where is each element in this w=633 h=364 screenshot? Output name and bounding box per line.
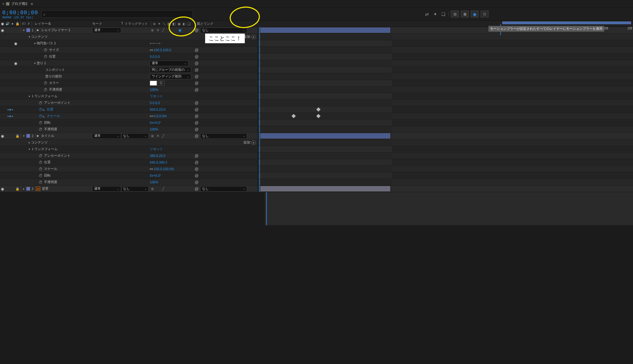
col-solo-icon[interactable]: ● [10, 22, 15, 26]
expression-pickwhip-icon[interactable]: @ [195, 48, 199, 52]
l1-size-stopwatch[interactable]: ⏱ [44, 48, 47, 52]
layer3-visibility[interactable]: ◉ [0, 187, 5, 191]
l1-rot-value[interactable]: 0x+0.0° [150, 121, 161, 125]
l1-add-button[interactable]: ▸ [251, 35, 256, 39]
l2-pos-value[interactable]: 640.0,340.2 [150, 161, 167, 164]
expression-pickwhip-icon[interactable]: @ [195, 127, 199, 132]
l1-pos-stopwatch[interactable]: ⏱ [44, 55, 47, 59]
draft3d-icon[interactable]: ✦ [432, 11, 438, 17]
layer3-pickwhip-icon[interactable]: @ [195, 187, 199, 191]
layer2-name[interactable]: タイトル [39, 134, 54, 138]
l1-topac-value[interactable]: 100% [150, 127, 158, 131]
graph-editor-button[interactable]: ⊡ [481, 11, 488, 17]
l1-scale-kfnav[interactable]: ◂◆▸ [0, 115, 13, 118]
l1-rot-stopwatch[interactable]: ⏱ [39, 121, 42, 125]
layer2-mode-select[interactable]: 通常⌄ [92, 133, 121, 139]
l1-anchor-value[interactable]: 0.0,0.0 [150, 101, 160, 105]
constrain-icon[interactable]: ⚯ [150, 167, 153, 171]
l1-ellipse-label[interactable]: 楕円形パス 1 [36, 41, 56, 46]
expression-pickwhip-icon[interactable]: @ [195, 61, 199, 66]
layer1-shy[interactable]: ⊕ [150, 28, 155, 33]
search-input[interactable]: ⌕ [41, 10, 193, 18]
l2-rot-value[interactable]: 0x+0.0° [150, 174, 161, 178]
keyframe[interactable] [316, 114, 321, 118]
ellipse-shape-icon[interactable]: ⟶ [155, 41, 160, 46]
layer2-trkmat-select[interactable]: なし⌄ [121, 133, 149, 139]
layer2-shy[interactable]: ⊕ [150, 134, 155, 138]
col-lock-icon[interactable]: 🔒 [15, 22, 20, 26]
layer3-label-color[interactable] [26, 187, 30, 191]
shy-toggle-button[interactable]: ▤ [451, 11, 459, 17]
expression-pickwhip-icon[interactable]: @ [195, 55, 199, 59]
layer1-visibility[interactable]: ◉ [0, 28, 5, 32]
layer3-bar[interactable] [260, 186, 390, 191]
l1-scale-value[interactable]: 0.0,0.0% [154, 114, 167, 118]
layer2-twirl[interactable] [21, 134, 26, 137]
l2-anchor-value[interactable]: 366.6,20.0 [150, 154, 165, 158]
panel-tab-label[interactable]: ブログ用2 [11, 1, 27, 6]
expression-pickwhip-icon[interactable]: @ [195, 68, 199, 72]
l2-xform-reset[interactable]: リセット [150, 147, 163, 151]
3d-cube-icon[interactable]: ❑ [440, 11, 446, 17]
expression-pickwhip-icon[interactable]: @ [195, 121, 199, 125]
layer3-twirl[interactable] [21, 187, 26, 190]
l1-tpos-stopwatch[interactable]: ⏱ [39, 107, 42, 112]
l1-fillop-stopwatch[interactable]: ⏱ [44, 88, 47, 92]
l1-color-chip[interactable] [150, 81, 157, 86]
ellipse-sizelink-icon[interactable]: ⟷ [150, 41, 155, 46]
l1-color-picker[interactable]: ⦿ [157, 81, 165, 86]
constrain-icon[interactable]: ⚯ [150, 114, 153, 118]
layer2-pickwhip-icon[interactable]: @ [195, 134, 199, 138]
keyframe[interactable] [292, 114, 296, 118]
layer3-shy[interactable]: ⊕ [150, 186, 155, 191]
l1-rule-select[interactable]: ワインディング規則⌄ [150, 74, 191, 79]
layer1-parent-select[interactable]: なし⌄ [200, 28, 247, 33]
l1-size-value[interactable]: 100.0,100.0 [154, 48, 171, 52]
layer1-mode-select[interactable]: 通常⌄ [92, 28, 121, 33]
l2-opac-value[interactable]: 100% [150, 180, 158, 184]
l1-comp-select[interactable]: 同じグループの前面の⌄ [150, 67, 191, 73]
l1-color-stopwatch[interactable]: ⏱ [44, 81, 47, 85]
layer1-pickwhip-icon[interactable]: @ [195, 28, 199, 32]
layer1-bar[interactable] [260, 28, 390, 33]
layer1-label-color[interactable] [26, 28, 30, 32]
layer3-parent-select[interactable]: なし⌄ [200, 186, 247, 192]
motionblur-toggle-button[interactable]: ◉ [471, 11, 479, 17]
layer2-fx[interactable]: ✳ [155, 134, 160, 138]
layer1-twirl[interactable] [21, 29, 26, 32]
expression-pickwhip-icon[interactable]: @ [195, 160, 199, 165]
l1-scale-stopwatch[interactable]: ⏱ [39, 114, 42, 118]
layer2-lock[interactable]: 🔒 [15, 134, 20, 138]
col-label-icon[interactable]: 🏷 [21, 22, 26, 26]
layer3-quality[interactable]: ╱ [161, 186, 166, 191]
layer3-name[interactable]: 背景 [40, 186, 48, 191]
layer3-trkmat-select[interactable]: なし⌄ [121, 186, 149, 192]
layer1-motionblur[interactable]: ◉ [177, 28, 182, 33]
col-audio-icon[interactable]: 🔊 [5, 22, 10, 26]
l2-scale-stopwatch[interactable]: ⏱ [39, 167, 42, 171]
comp-flow-icon[interactable]: ⇄ [424, 11, 430, 17]
l1-fill-mode-select[interactable]: 通常⌄ [150, 61, 188, 66]
l2-pos-stopwatch[interactable]: ⏱ [39, 160, 42, 165]
l2-anchor-stopwatch[interactable]: ⏱ [39, 154, 42, 158]
l1-xform-reset[interactable]: リセット [150, 94, 163, 99]
layer3-lock[interactable]: 🔒 [15, 187, 20, 191]
layer2-parent-select[interactable]: なし⌄ [200, 133, 247, 139]
l1-fill-vis[interactable]: ◉ [13, 61, 18, 66]
layer2-label-color[interactable] [26, 134, 30, 138]
l2-scale-value[interactable]: 100.0,100.0% [154, 167, 174, 171]
timeline-empty-area[interactable] [264, 192, 633, 225]
l1-fillop-value[interactable]: 100% [150, 88, 158, 92]
expression-pickwhip-icon[interactable]: @ [195, 114, 199, 118]
panel-menu-icon[interactable]: ≡ [31, 2, 33, 6]
l1-fill-label[interactable]: 塗り 1 [36, 61, 46, 66]
layer1-fx[interactable]: ✳ [155, 28, 160, 33]
l1-tpos-value[interactable]: 504.0,23.0 [150, 108, 165, 112]
frameblend-toggle-button[interactable]: ▦ [461, 11, 469, 17]
l1-tpos-kfnav[interactable]: ◂◆▸ [0, 108, 13, 111]
keyframe[interactable] [316, 107, 321, 112]
constrain-icon[interactable]: ⚯ [150, 48, 153, 52]
graph-icon[interactable]: ⊾ [42, 114, 45, 118]
expression-pickwhip-icon[interactable]: @ [195, 81, 199, 85]
expression-pickwhip-icon[interactable]: @ [195, 74, 199, 79]
